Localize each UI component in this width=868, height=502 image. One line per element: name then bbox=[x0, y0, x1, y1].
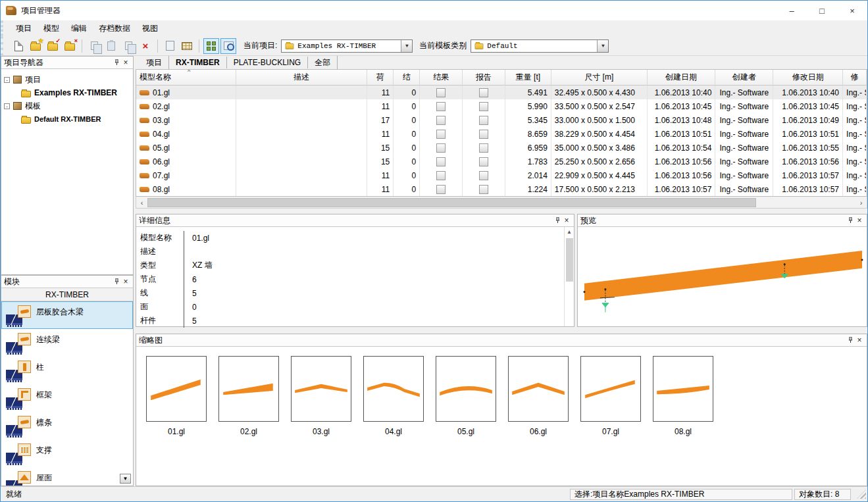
close-icon[interactable]: × bbox=[562, 216, 571, 225]
chevron-down-icon[interactable]: ▼ bbox=[597, 40, 608, 52]
column-header-荷[interactable]: 荷 bbox=[367, 70, 394, 85]
rename-icon[interactable] bbox=[162, 38, 178, 54]
menu-item-存档数据[interactable]: 存档数据 bbox=[93, 21, 136, 36]
thumbnail-02.gl[interactable]: 02.gl bbox=[213, 356, 285, 436]
scroll-down-icon[interactable]: ▼ bbox=[120, 474, 131, 484]
module-item-框架[interactable]: 框架 bbox=[1, 384, 133, 412]
thumbnail-03.gl[interactable]: 03.gl bbox=[285, 356, 357, 436]
archive-table-icon[interactable] bbox=[179, 38, 195, 54]
report-checkbox[interactable] bbox=[479, 88, 488, 97]
close-icon[interactable]: × bbox=[855, 336, 864, 345]
report-checkbox[interactable] bbox=[479, 157, 488, 166]
table-row-03.gl[interactable]: 03.gl1705.34533.000 x 0.500 x 1.5001.06.… bbox=[136, 113, 867, 127]
column-header-修改日期[interactable]: 修改日期 bbox=[773, 70, 843, 85]
pin-icon[interactable] bbox=[112, 278, 121, 285]
table-row-02.gl[interactable]: 02.gl1105.99033.500 x 0.500 x 2.5471.06.… bbox=[136, 99, 867, 113]
delete-project-folder-icon[interactable]: × bbox=[62, 38, 78, 54]
scrollbar-thumb[interactable] bbox=[566, 238, 573, 282]
close-button[interactable]: × bbox=[837, 1, 867, 20]
menu-item-视图[interactable]: 视图 bbox=[136, 21, 164, 36]
results-checkbox[interactable] bbox=[436, 143, 446, 153]
report-checkbox[interactable] bbox=[479, 143, 488, 153]
scroll-right-icon[interactable]: › bbox=[855, 199, 867, 207]
scroll-left-icon[interactable]: ‹ bbox=[136, 199, 147, 207]
table-row-07.gl[interactable]: 07.gl1102.01422.909 x 0.500 x 4.4451.06.… bbox=[136, 168, 867, 182]
close-icon[interactable]: × bbox=[855, 216, 864, 225]
close-icon[interactable]: × bbox=[121, 58, 130, 67]
thumbnail-05.gl[interactable]: 05.gl bbox=[430, 356, 502, 436]
preview-view-toggle-icon[interactable] bbox=[220, 38, 236, 54]
module-item-支撑[interactable]: 支撑 bbox=[1, 439, 133, 467]
tab-全部[interactable]: 全部 bbox=[308, 56, 338, 70]
pin-icon[interactable] bbox=[112, 59, 121, 66]
maximize-button[interactable]: □ bbox=[807, 1, 837, 20]
column-header-结[interactable]: 结 bbox=[394, 70, 420, 85]
module-item-连续梁[interactable]: 连续梁 bbox=[1, 329, 133, 357]
tree-node-projects[interactable]: - 项目 bbox=[4, 73, 130, 86]
column-header-重量 [t][interactable]: 重量 [t] bbox=[505, 70, 551, 85]
column-header-结果[interactable]: 结果 bbox=[420, 70, 463, 85]
duplicate-icon[interactable] bbox=[120, 38, 136, 54]
tree-node-default-template[interactable]: Default RX-TIMBER bbox=[4, 113, 130, 126]
report-checkbox[interactable] bbox=[479, 116, 488, 125]
menu-item-模型[interactable]: 模型 bbox=[38, 21, 65, 36]
tab-PLATE-BUCKLING[interactable]: PLATE-BUCKLING bbox=[227, 57, 308, 68]
details-scrollbar[interactable]: ▲ bbox=[564, 227, 574, 326]
column-header-报告[interactable]: 报告 bbox=[463, 70, 505, 85]
scroll-up-icon[interactable]: ▲ bbox=[567, 227, 572, 237]
tab-项目[interactable]: 项目 bbox=[140, 56, 169, 70]
menu-item-项目[interactable]: 项目 bbox=[10, 21, 38, 36]
table-row-08.gl[interactable]: 08.gl1101.22417.500 x 0.500 x 2.2131.06.… bbox=[136, 182, 867, 196]
tree-node-templates[interactable]: - 模板 bbox=[4, 99, 130, 113]
report-checkbox[interactable] bbox=[479, 130, 488, 139]
close-icon[interactable]: × bbox=[121, 277, 130, 286]
table-row-05.gl[interactable]: 05.gl1506.95935.000 x 0.500 x 3.4861.06.… bbox=[136, 141, 867, 155]
report-checkbox[interactable] bbox=[479, 171, 488, 180]
column-header-创建日期[interactable]: 创建日期 bbox=[648, 70, 716, 85]
thumbnail-08.gl[interactable]: 08.gl bbox=[647, 356, 719, 436]
thumbnail-01.gl[interactable]: 01.gl bbox=[140, 356, 213, 436]
column-header-修[interactable]: 修 bbox=[843, 70, 867, 85]
paste-icon[interactable] bbox=[103, 38, 119, 54]
results-checkbox[interactable] bbox=[436, 130, 446, 139]
column-header-创建者[interactable]: 创建者 bbox=[715, 70, 773, 85]
table-row-04.gl[interactable]: 04.gl1108.65938.229 x 0.500 x 4.4541.06.… bbox=[136, 127, 867, 141]
results-checkbox[interactable] bbox=[436, 185, 446, 194]
module-item-檩条[interactable]: 檩条 bbox=[1, 412, 133, 439]
new-project-folder-icon[interactable]: ★ bbox=[28, 38, 43, 54]
pin-icon[interactable] bbox=[846, 217, 855, 224]
results-checkbox[interactable] bbox=[436, 157, 446, 166]
report-checkbox[interactable] bbox=[479, 102, 488, 111]
pin-icon[interactable] bbox=[553, 217, 562, 224]
scrollbar-thumb[interactable] bbox=[147, 198, 756, 207]
menu-item-编辑[interactable]: 编辑 bbox=[65, 21, 93, 36]
collapse-icon[interactable]: - bbox=[4, 103, 10, 109]
chevron-down-icon[interactable]: ▼ bbox=[401, 40, 412, 52]
horizontal-scrollbar[interactable]: ‹ › bbox=[136, 197, 867, 209]
column-header-模型名称[interactable]: 模型名称^ bbox=[136, 70, 236, 85]
minimize-button[interactable]: – bbox=[777, 1, 807, 20]
results-checkbox[interactable] bbox=[436, 102, 446, 111]
thumbnail-06.gl[interactable]: 06.gl bbox=[502, 356, 574, 436]
modules-group-header[interactable]: RX-TIMBER bbox=[1, 288, 133, 301]
thumbnail-07.gl[interactable]: 07.gl bbox=[574, 356, 647, 436]
results-checkbox[interactable] bbox=[436, 171, 446, 180]
thumbnail-04.gl[interactable]: 04.gl bbox=[357, 356, 430, 436]
module-item-柱[interactable]: 柱 bbox=[1, 357, 133, 384]
edit-project-folder-icon[interactable]: ✓ bbox=[45, 38, 61, 54]
pin-icon[interactable] bbox=[846, 337, 855, 343]
report-checkbox[interactable] bbox=[479, 185, 488, 194]
copy-icon[interactable] bbox=[86, 38, 102, 54]
results-checkbox[interactable] bbox=[436, 116, 446, 125]
results-checkbox[interactable] bbox=[436, 88, 446, 97]
template-category-combobox[interactable]: Default ▼ bbox=[471, 39, 609, 53]
module-item-层板胶合木梁[interactable]: 层板胶合木梁 bbox=[1, 301, 133, 329]
tab-RX-TIMBER[interactable]: RX-TIMBER bbox=[169, 57, 227, 68]
collapse-icon[interactable]: - bbox=[4, 77, 10, 83]
new-model-icon[interactable] bbox=[11, 38, 26, 54]
table-row-06.gl[interactable]: 06.gl1501.78325.250 x 0.500 x 2.6561.06.… bbox=[136, 155, 867, 168]
tree-node-examples-rx-timber[interactable]: Examples RX-TIMBER bbox=[4, 86, 130, 99]
current-project-combobox[interactable]: Examples RX-TIMBER ▼ bbox=[281, 39, 413, 53]
column-header-尺寸 [m][interactable]: 尺寸 [m] bbox=[551, 70, 648, 85]
column-header-描述[interactable]: 描述 bbox=[236, 70, 368, 85]
